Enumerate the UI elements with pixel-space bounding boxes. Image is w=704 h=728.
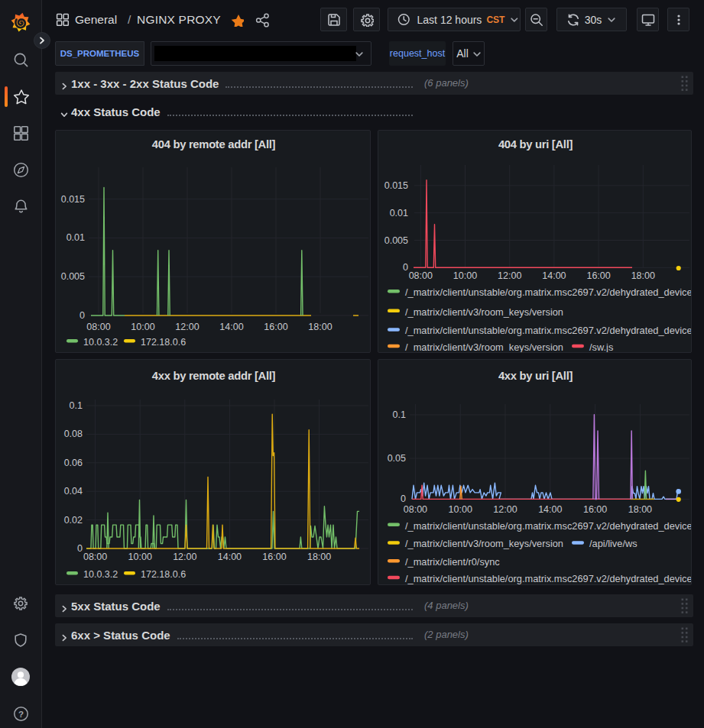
svg-text:14:00: 14:00 <box>219 322 243 332</box>
svg-text:/_matrix/client/unstable/org.m: /_matrix/client/unstable/org.matrix.msc2… <box>405 286 692 298</box>
svg-text:16:00: 16:00 <box>586 270 610 281</box>
svg-text:0.005: 0.005 <box>384 235 408 246</box>
svg-text:0.1: 0.1 <box>70 400 83 411</box>
svg-text:404 by uri [All]: 404 by uri [All] <box>498 138 573 150</box>
svg-text:/_matrix/client/v3/room_keys/v: /_matrix/client/v3/room_keys/version <box>405 341 563 353</box>
svg-text:10:00: 10:00 <box>128 552 152 562</box>
svg-text:16:00: 16:00 <box>583 504 607 515</box>
svg-text:4xx by remote addr [All]: 4xx by remote addr [All] <box>152 370 276 382</box>
svg-text:0: 0 <box>403 262 408 273</box>
svg-text:0: 0 <box>401 493 406 504</box>
svg-text:10:00: 10:00 <box>449 504 472 515</box>
svg-text:0.06: 0.06 <box>64 458 83 468</box>
svg-text:0.015: 0.015 <box>384 180 408 191</box>
svg-text:10.0.3.2: 10.0.3.2 <box>83 337 118 348</box>
svg-text:404 by remote addr [All]: 404 by remote addr [All] <box>152 138 276 150</box>
svg-text:0: 0 <box>77 543 83 554</box>
svg-text:/sw.js: /sw.js <box>589 341 613 353</box>
svg-text:18:00: 18:00 <box>628 504 652 515</box>
svg-text:08:00: 08:00 <box>409 270 433 281</box>
svg-text:/_matrix/client/r0/sync: /_matrix/client/r0/sync <box>405 556 500 568</box>
svg-text:/_matrix/client/unstable/org.m: /_matrix/client/unstable/org.matrix.msc2… <box>405 573 692 584</box>
svg-text:16:00: 16:00 <box>264 322 287 332</box>
svg-text:10.0.3.2: 10.0.3.2 <box>83 569 118 580</box>
svg-text:12:00: 12:00 <box>175 322 199 332</box>
svg-text:4xx by uri [All]: 4xx by uri [All] <box>498 370 573 382</box>
svg-text:08:00: 08:00 <box>404 504 427 515</box>
svg-text:/api/live/ws: /api/live/ws <box>589 538 637 549</box>
svg-text:/_matrix/client/unstable/org.m: /_matrix/client/unstable/org.matrix.msc2… <box>405 520 692 532</box>
svg-text:0.1: 0.1 <box>393 409 406 420</box>
svg-text:0.02: 0.02 <box>64 515 83 526</box>
svg-text:?: ? <box>18 710 24 719</box>
svg-text:16:00: 16:00 <box>262 552 286 562</box>
svg-text:08:00: 08:00 <box>83 552 107 562</box>
svg-text:0.015: 0.015 <box>61 194 85 205</box>
svg-text:12:00: 12:00 <box>498 270 521 281</box>
svg-text:0: 0 <box>79 310 85 321</box>
svg-text:18:00: 18:00 <box>631 270 655 281</box>
svg-text:0.01: 0.01 <box>67 232 85 243</box>
svg-text:14:00: 14:00 <box>538 504 562 515</box>
svg-text:10:00: 10:00 <box>131 322 154 332</box>
svg-text:14:00: 14:00 <box>218 552 242 562</box>
svg-text:172.18.0.6: 172.18.0.6 <box>141 569 186 580</box>
svg-text:10:00: 10:00 <box>453 270 477 281</box>
svg-text:0.01: 0.01 <box>390 208 408 218</box>
svg-text:172.18.0.6: 172.18.0.6 <box>141 337 186 348</box>
svg-text:0.08: 0.08 <box>64 429 83 439</box>
svg-text:/_matrix/client/v3/room_keys/v: /_matrix/client/v3/room_keys/version <box>405 306 563 318</box>
svg-text:18:00: 18:00 <box>308 322 332 332</box>
svg-text:0.04: 0.04 <box>64 486 83 497</box>
svg-text:12:00: 12:00 <box>173 552 196 562</box>
svg-text:/_matrix/client/unstable/org.m: /_matrix/client/unstable/org.matrix.msc2… <box>405 325 692 336</box>
svg-text:14:00: 14:00 <box>542 270 566 281</box>
svg-text:0.005: 0.005 <box>61 271 85 282</box>
svg-text:08:00: 08:00 <box>86 322 110 332</box>
svg-text:18:00: 18:00 <box>307 552 331 562</box>
svg-text:0.05: 0.05 <box>388 453 406 464</box>
svg-text:12:00: 12:00 <box>493 504 517 515</box>
svg-text:/_matrix/client/v3/room_keys/v: /_matrix/client/v3/room_keys/version <box>405 538 563 549</box>
